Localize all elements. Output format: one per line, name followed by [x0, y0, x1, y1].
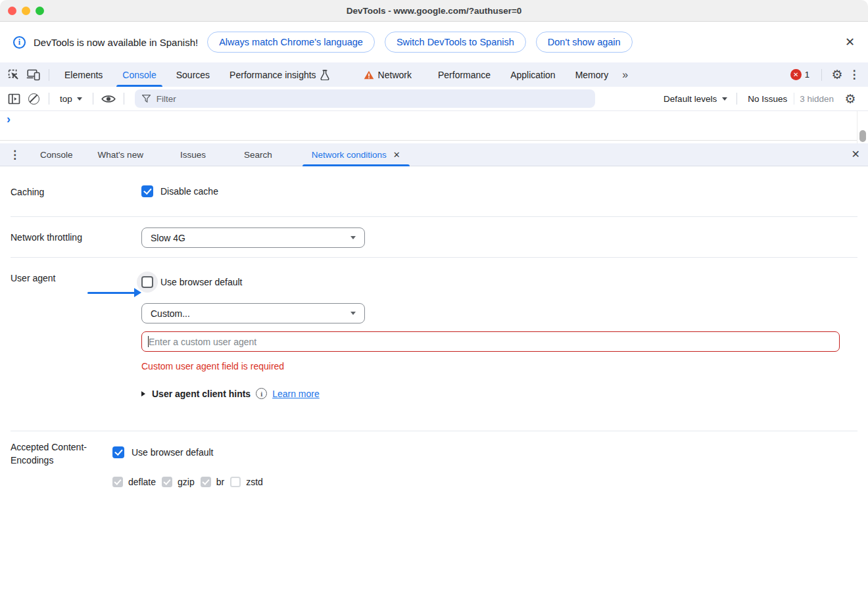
match-language-button[interactable]: Always match Chrome's language: [207, 32, 375, 53]
disclosure-triangle-icon[interactable]: [141, 391, 145, 396]
tab-application[interactable]: Application: [500, 62, 566, 87]
user-agent-label: User agent: [11, 270, 141, 399]
log-levels-dropdown[interactable]: Default levels: [663, 94, 727, 104]
br-checkbox: [201, 477, 211, 487]
throttling-select[interactable]: Slow 4G: [141, 227, 365, 248]
drawer-close-icon[interactable]: ✕: [852, 149, 860, 160]
client-hints-row: User agent client hints i Learn more: [141, 388, 857, 399]
toolbar-right-group: Default levels No Issues 3 hidden ⚙: [663, 89, 860, 108]
drawer-tab-bar: ⋮ Console What's new Issues Search Netwo…: [0, 143, 868, 166]
deflate-checkbox: [112, 477, 123, 487]
tab-performance[interactable]: Performance: [428, 62, 500, 87]
infobar-close-icon[interactable]: ✕: [845, 36, 855, 48]
custom-user-agent-input[interactable]: [141, 331, 840, 352]
tabbar-right-group: ✕ 1 ⚙ ⋮: [790, 65, 861, 85]
customize-devtools-icon[interactable]: ⋮: [847, 65, 861, 85]
drawer-tab-console[interactable]: Console: [31, 143, 82, 166]
use-browser-default-encodings-label[interactable]: Use browser default: [132, 447, 214, 458]
warning-icon: [364, 70, 374, 80]
clear-console-icon[interactable]: [24, 89, 43, 108]
main-tab-bar: Elements Console Sources Performance ins…: [0, 62, 868, 87]
encodings-label: Accepted Content-Encodings: [11, 441, 112, 487]
devtools-window: DevTools - www.google.com/?authuser=0 i …: [0, 0, 868, 597]
flask-icon: [320, 70, 329, 80]
language-infobar: i DevTools is now available in Spanish! …: [0, 22, 868, 62]
tab-elements[interactable]: Elements: [55, 62, 112, 87]
annotation-arrow: [87, 292, 135, 294]
console-messages-area[interactable]: ›: [0, 110, 868, 143]
tab-memory[interactable]: Memory: [566, 62, 619, 87]
br-label: br: [216, 477, 224, 487]
filter-funnel-icon: [142, 95, 151, 103]
hidden-messages-count[interactable]: 3 hidden: [800, 94, 834, 104]
error-count: 1: [805, 70, 809, 80]
drawer-tab-issues[interactable]: Issues: [171, 143, 215, 166]
caching-row: Caching Disable cache: [0, 185, 868, 199]
divider: [794, 93, 794, 105]
drawer-tab-network-conditions[interactable]: Network conditions ✕: [302, 143, 410, 166]
learn-more-link[interactable]: Learn more: [272, 389, 320, 399]
divider: [736, 93, 737, 105]
drawer-tab-whats-new[interactable]: What's new: [89, 143, 153, 166]
javascript-context-dropdown[interactable]: top: [55, 94, 87, 104]
console-output: [0, 111, 868, 141]
disable-cache-label[interactable]: Disable cache: [160, 186, 218, 197]
encodings-row: Accepted Content-Encodings Use browser d…: [0, 441, 868, 487]
live-expression-eye-icon[interactable]: [99, 89, 118, 108]
use-browser-default-encodings-checkbox[interactable]: [112, 446, 124, 458]
tab-sources[interactable]: Sources: [166, 62, 220, 87]
divider: [49, 69, 49, 81]
disable-cache-checkbox[interactable]: [141, 185, 153, 197]
drawer-tab-search[interactable]: Search: [235, 143, 281, 166]
close-tab-icon[interactable]: ✕: [393, 150, 400, 160]
user-agent-select[interactable]: Custom...: [141, 303, 365, 323]
gzip-label: gzip: [178, 477, 195, 487]
throttling-row: Network throttling Slow 4G: [0, 227, 868, 248]
error-badge-icon[interactable]: ✕: [790, 69, 802, 80]
window-title: DevTools - www.google.com/?authuser=0: [0, 6, 868, 16]
caching-label: Caching: [11, 185, 141, 199]
device-toolbar-icon[interactable]: [24, 65, 43, 85]
deflate-label: deflate: [128, 477, 156, 487]
separator: [11, 257, 857, 258]
console-settings-gear-icon[interactable]: ⚙: [840, 89, 860, 108]
user-agent-row: User agent Use browser default Custom...…: [0, 270, 868, 399]
settings-gear-icon[interactable]: ⚙: [827, 65, 847, 85]
console-scrollbar: [857, 111, 868, 143]
console-prompt: ›: [7, 112, 11, 126]
chevron-down-icon: [350, 312, 356, 315]
zstd-checkbox: [230, 477, 241, 487]
text-caret: [148, 336, 149, 347]
infobar-message: DevTools is now available in Spanish!: [34, 37, 198, 48]
gzip-checkbox: [162, 477, 172, 487]
divider: [124, 93, 124, 105]
drawer-more-tools-icon[interactable]: ⋮: [9, 149, 20, 160]
use-browser-default-ua-label[interactable]: Use browser default: [160, 277, 243, 287]
issues-counter[interactable]: No Issues: [748, 94, 787, 104]
title-bar: DevTools - www.google.com/?authuser=0: [0, 0, 868, 22]
tab-performance-insights[interactable]: Performance insights: [220, 62, 339, 87]
chevron-down-icon: [722, 97, 727, 101]
separator: [11, 216, 857, 217]
more-tabs-icon[interactable]: »: [618, 69, 632, 81]
filter-input-container[interactable]: [135, 89, 595, 108]
tab-network[interactable]: Network: [354, 62, 422, 87]
scrollbar-thumb[interactable]: [859, 130, 866, 142]
filter-input[interactable]: [157, 94, 588, 104]
client-hints-info-icon: i: [256, 388, 267, 399]
client-hints-label[interactable]: User agent client hints: [152, 389, 251, 399]
inspect-element-icon[interactable]: [4, 65, 24, 85]
zstd-label: zstd: [246, 477, 263, 487]
switch-to-spanish-button[interactable]: Switch DevTools to Spanish: [385, 32, 526, 53]
tab-console[interactable]: Console: [112, 62, 166, 87]
network-conditions-panel: Caching Disable cache Network throttling…: [0, 185, 868, 487]
console-sidebar-icon[interactable]: [4, 89, 24, 108]
separator: [11, 431, 857, 431]
divider: [821, 69, 822, 81]
divider: [49, 93, 49, 105]
chevron-down-icon: [77, 97, 82, 101]
use-browser-default-ua-checkbox[interactable]: [141, 276, 153, 288]
dont-show-again-button[interactable]: Don't show again: [536, 32, 633, 53]
divider: [93, 93, 93, 105]
encoding-options: deflate gzip br zstd: [112, 477, 857, 487]
